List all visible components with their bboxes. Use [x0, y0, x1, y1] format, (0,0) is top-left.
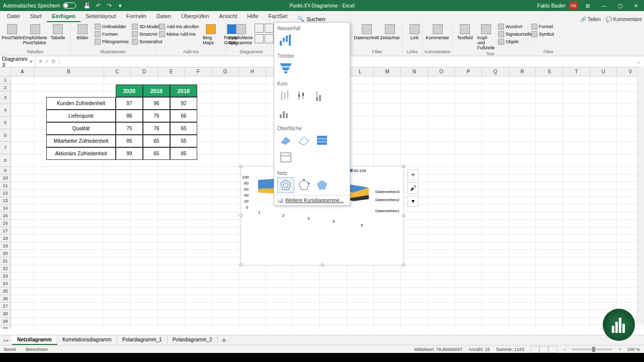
cell[interactable]: [590, 174, 617, 182]
cell[interactable]: [401, 117, 428, 129]
cell[interactable]: [536, 167, 563, 174]
cell[interactable]: [158, 235, 185, 242]
cell[interactable]: [455, 318, 482, 325]
cell[interactable]: [11, 190, 34, 197]
cell[interactable]: [509, 154, 536, 167]
cell[interactable]: [401, 235, 428, 242]
cell[interactable]: [455, 117, 482, 129]
cell[interactable]: [590, 288, 617, 295]
zoom-level[interactable]: 100 %: [627, 347, 640, 352]
cell[interactable]: [158, 250, 185, 257]
cell[interactable]: [34, 76, 104, 84]
cell[interactable]: [536, 295, 563, 303]
cell[interactable]: [104, 310, 131, 318]
cell[interactable]: [104, 257, 131, 265]
cell[interactable]: [266, 265, 293, 273]
table-row-label[interactable]: Aktionärs Zufriedenheit: [46, 147, 116, 160]
cell[interactable]: [11, 227, 34, 235]
cell[interactable]: [320, 273, 347, 280]
cell[interactable]: [34, 205, 104, 212]
cell[interactable]: [158, 273, 185, 280]
cell[interactable]: [455, 273, 482, 280]
cell[interactable]: [239, 318, 266, 325]
column-header[interactable]: T: [563, 67, 590, 76]
cell[interactable]: [563, 182, 590, 190]
cell[interactable]: [509, 142, 536, 154]
cell[interactable]: [401, 220, 428, 227]
cell[interactable]: [590, 227, 617, 235]
cell[interactable]: [590, 295, 617, 303]
cell[interactable]: [11, 295, 34, 303]
select-all-corner[interactable]: [0, 67, 11, 76]
row-header[interactable]: 20: [0, 250, 11, 257]
cell[interactable]: [239, 76, 266, 84]
cell[interactable]: [482, 182, 509, 190]
pictograms-button[interactable]: Piktogramme: [94, 38, 130, 45]
column-header[interactable]: G: [212, 67, 239, 76]
cell[interactable]: [509, 257, 536, 265]
cell[interactable]: [590, 303, 617, 310]
surface-chart-3-icon[interactable]: [313, 132, 331, 148]
cell[interactable]: [590, 220, 617, 227]
cell[interactable]: [455, 303, 482, 310]
cell[interactable]: [428, 117, 455, 129]
cell[interactable]: [455, 205, 482, 212]
cell[interactable]: [482, 212, 509, 220]
cell[interactable]: [455, 76, 482, 84]
menu-tab-daten[interactable]: Daten: [151, 11, 176, 22]
stock-chart-3-icon[interactable]: [313, 87, 331, 104]
cell[interactable]: [536, 205, 563, 212]
cell[interactable]: [212, 92, 239, 104]
cell[interactable]: [11, 310, 34, 318]
cell[interactable]: [482, 197, 509, 205]
cell[interactable]: [347, 295, 374, 303]
cell[interactable]: [482, 167, 509, 174]
cell[interactable]: [509, 182, 536, 190]
row-header[interactable]: 24: [0, 280, 11, 288]
cell[interactable]: [104, 295, 131, 303]
cell[interactable]: [374, 325, 401, 329]
cell[interactable]: [212, 76, 239, 84]
table-cell[interactable]: 65: [143, 135, 170, 147]
row-header[interactable]: 10: [0, 174, 11, 182]
my-addins-button[interactable]: Meine Add-Ins: [158, 31, 200, 38]
cell[interactable]: [455, 250, 482, 257]
cell[interactable]: [158, 303, 185, 310]
cell[interactable]: [455, 220, 482, 227]
cell[interactable]: [509, 190, 536, 197]
cell[interactable]: [455, 265, 482, 273]
funnel-chart-icon[interactable]: [277, 60, 294, 76]
column-header[interactable]: B: [34, 67, 104, 76]
row-header[interactable]: 25: [0, 288, 11, 295]
cell[interactable]: [428, 220, 455, 227]
cell[interactable]: [401, 154, 428, 167]
maximize-button[interactable]: ▢: [612, 0, 628, 11]
cell[interactable]: [374, 84, 401, 92]
cell[interactable]: [536, 280, 563, 288]
cell[interactable]: [509, 280, 536, 288]
cell[interactable]: [482, 288, 509, 295]
cell[interactable]: [347, 265, 374, 273]
table-cell[interactable]: 96: [143, 97, 170, 110]
online-pictures-button[interactable]: Onlinebilder: [94, 23, 130, 30]
sheet-tab[interactable]: Netzdiagramm: [12, 335, 57, 345]
cell[interactable]: [536, 273, 563, 280]
table-header[interactable]: 2020: [116, 84, 143, 97]
cell[interactable]: [509, 227, 536, 235]
cell[interactable]: [509, 212, 536, 220]
table-row-label[interactable]: Mitarbeiter Zufriedenheit: [46, 135, 116, 147]
chart-filter-button[interactable]: ▾: [408, 196, 419, 207]
cell[interactable]: [455, 280, 482, 288]
column-header[interactable]: E: [158, 67, 185, 76]
cell[interactable]: [34, 197, 104, 205]
cell[interactable]: [401, 257, 428, 265]
cell[interactable]: [509, 325, 536, 329]
cell[interactable]: [131, 257, 158, 265]
cell[interactable]: [590, 235, 617, 242]
cell[interactable]: [563, 273, 590, 280]
cell[interactable]: [455, 142, 482, 154]
cell[interactable]: [131, 227, 158, 235]
cell[interactable]: [11, 303, 34, 310]
cell[interactable]: [590, 265, 617, 273]
cell[interactable]: [293, 265, 320, 273]
